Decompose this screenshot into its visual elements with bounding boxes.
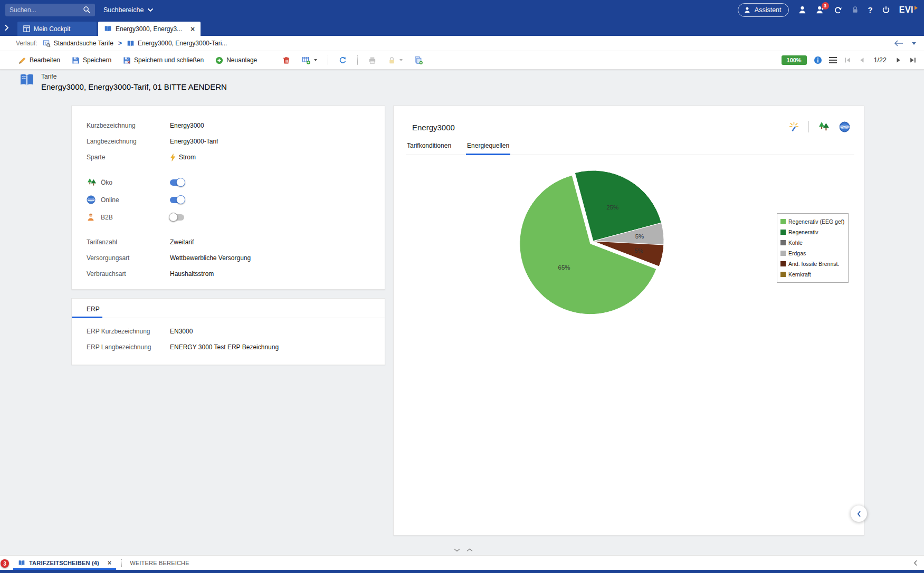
field-label: Langbezeichnung	[87, 138, 170, 145]
legend-swatch	[780, 261, 786, 266]
field-label: Sparte	[87, 154, 170, 161]
field-value: Strom	[179, 154, 196, 161]
tab-label: TARIFZEITSCHEIBEN (4)	[29, 560, 99, 566]
globe-icon: www	[87, 195, 101, 204]
toolbar-divider	[328, 55, 328, 65]
bottom-accent-strip	[0, 570, 924, 573]
toolbar-divider	[357, 55, 358, 65]
save-icon	[72, 56, 80, 64]
record-category: Tarife	[41, 73, 227, 80]
pie-slice-label: 65%	[558, 264, 570, 271]
tariff-form-card: Kurzbezeichnung Energy3000 Langbezeichnu…	[71, 106, 385, 290]
legend-item: Kohle	[780, 237, 845, 248]
b2b-toggle[interactable]	[170, 214, 184, 221]
edit-button[interactable]: Bearbeiten	[14, 54, 65, 67]
expand-up-icon[interactable]	[466, 548, 473, 552]
legend-item: Regenerativ (EEG gef)	[780, 216, 845, 227]
nav-last-button[interactable]	[909, 56, 917, 64]
field-label: Verbrauchsart	[87, 270, 170, 278]
breadcrumb-item-standardsuche[interactable]: Standardsuche Tarife	[43, 40, 113, 47]
person-icon	[87, 213, 101, 222]
tab-label: Mein Cockpit	[34, 25, 70, 33]
splitter-controls	[454, 548, 473, 552]
legend-item: And. fossile Brennst.	[780, 259, 845, 269]
tab-energy3000[interactable]: Energy3000, Energy3... ×	[98, 22, 201, 36]
field-value: Energy3000-Tarif	[170, 138, 218, 145]
chart-legend: Regenerativ (EEG gef) Regenerativ Kohle …	[777, 213, 849, 283]
nav-first-button	[844, 56, 851, 64]
menu-icon[interactable]	[829, 57, 837, 63]
redo-icon[interactable]	[834, 6, 842, 14]
table-search-icon	[43, 40, 51, 47]
delete-button[interactable]	[278, 54, 295, 67]
notification-count-badge: 3	[822, 2, 829, 9]
close-icon[interactable]: ×	[108, 560, 111, 566]
erp-card: ERP ERP Kurzbezeichnung EN3000 ERP Langb…	[71, 298, 385, 365]
tab-energiequellen[interactable]: Energiequellen	[466, 138, 510, 155]
dropdown-caret-icon	[399, 59, 403, 61]
pencil-icon	[18, 56, 26, 64]
global-search[interactable]	[5, 4, 95, 16]
field-value: Wettbewerbliche Versorgung	[170, 254, 251, 262]
bottom-tab-bar: TARIFZEITSCHEIBEN (4) × WEITERE BEREICHE	[0, 555, 924, 570]
tab-erp[interactable]: ERP	[87, 305, 100, 313]
trees-icon	[87, 178, 101, 187]
history-dropdown-icon[interactable]	[912, 42, 916, 45]
user-icon[interactable]	[798, 5, 807, 14]
assistant-button[interactable]: Assistent	[738, 3, 789, 17]
legend-label: And. fossile Brennst.	[788, 261, 839, 267]
collapse-bottom-icon[interactable]	[913, 560, 918, 566]
dashboard-icon	[23, 25, 30, 32]
refresh-button[interactable]	[334, 54, 351, 67]
notifications-icon[interactable]: 3	[816, 5, 825, 14]
sparkler-icon	[788, 121, 799, 132]
icon-divider	[808, 121, 809, 132]
svg-text:www: www	[87, 198, 94, 202]
collapse-panel-button[interactable]	[851, 505, 867, 522]
collapse-down-icon[interactable]	[454, 548, 460, 552]
book-icon	[19, 73, 35, 87]
detail-card: Energy3000 www Tarifkonditionen Energieq…	[393, 106, 864, 536]
field-label: Kurzbezeichnung	[87, 122, 170, 129]
form-field-row: Tarifanzahl Zweitarif	[87, 234, 385, 250]
more-areas-button[interactable]: WEITERE BEREICHE	[130, 560, 189, 566]
help-button[interactable]: ?	[868, 5, 873, 14]
bottombar-divider	[121, 559, 122, 567]
online-toggle[interactable]	[170, 197, 184, 203]
zoom-level-badge: 100%	[782, 55, 807, 65]
form-field-row: ERP Kurzbezeichnung EN3000	[87, 323, 385, 339]
history-back-icon[interactable]	[894, 40, 903, 46]
topbar-actions: Assistent 3 ? EVI	[738, 3, 918, 17]
toggle-row: B2B	[87, 208, 385, 226]
search-scopes-dropdown[interactable]: Suchbereiche	[103, 6, 154, 14]
legend-swatch	[780, 251, 786, 256]
page-header: Tarife Energy3000, Energy3000-Tarif, 01 …	[19, 73, 227, 91]
add-record-button[interactable]	[297, 53, 322, 67]
lock-icon	[851, 6, 859, 14]
close-icon[interactable]: ×	[190, 25, 195, 33]
tab-mein-cockpit[interactable]: Mein Cockpit	[17, 22, 97, 36]
save-and-close-button[interactable]: Speichern und schließen	[118, 54, 208, 67]
pie-chart: 25%5%5%65%	[514, 162, 672, 320]
create-new-button[interactable]: Neuanlage	[211, 54, 262, 67]
pie-slice-label: 25%	[606, 204, 618, 211]
search-icon[interactable]	[83, 6, 91, 14]
expand-panel-icon[interactable]	[4, 24, 9, 31]
page-title: Energy3000, Energy3000-Tarif, 01 BITTE A…	[41, 82, 227, 91]
tab-tarifkonditionen[interactable]: Tarifkonditionen	[406, 138, 452, 155]
breadcrumb-item-energy3000[interactable]: Energy3000, Energy3000-Tari...	[127, 40, 227, 47]
power-icon[interactable]	[882, 6, 890, 14]
copy-add-button[interactable]	[409, 53, 427, 67]
brand-logo: EVI	[899, 5, 918, 15]
search-input[interactable]	[9, 6, 79, 14]
oeko-toggle[interactable]	[170, 179, 184, 186]
save-button[interactable]: Speichern	[67, 54, 116, 67]
copy-add-icon	[414, 56, 423, 64]
book-icon	[18, 560, 25, 566]
nav-next-button[interactable]	[895, 56, 902, 64]
info-icon[interactable]	[814, 56, 822, 64]
pie-slice-label: 5%	[634, 247, 643, 254]
tab-tarifzeitscheiben[interactable]: TARIFZEITSCHEIBEN (4) ×	[16, 556, 113, 570]
assistant-icon	[744, 6, 751, 14]
legend-item: Regenerativ	[780, 227, 845, 237]
